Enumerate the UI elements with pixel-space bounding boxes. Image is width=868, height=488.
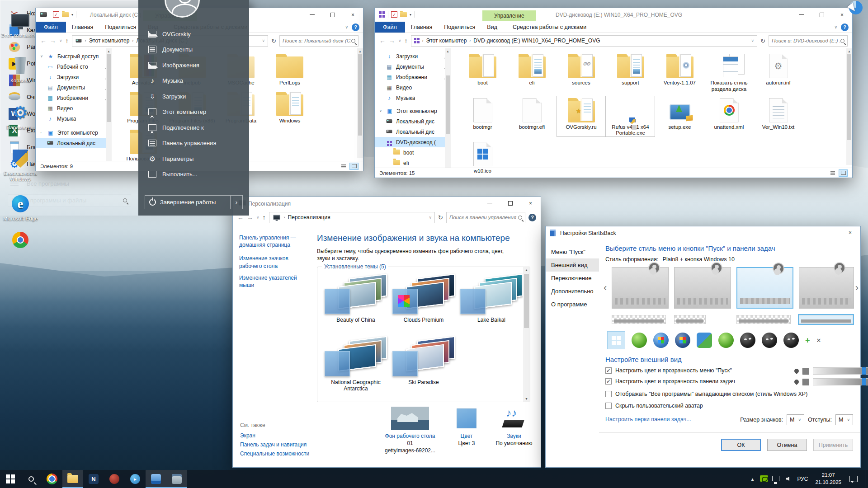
sidebar-item-videos[interactable]: ▦Видео (36, 103, 112, 113)
check-hide-avatar[interactable]: Скрыть пользовательский аватар (605, 403, 703, 409)
taskbar-style-2[interactable] (674, 315, 706, 324)
thumbnails-view-icon[interactable] (839, 169, 848, 177)
remove-button-icon[interactable]: ✕ (816, 337, 821, 344)
menu-item-downloads[interactable]: ⇩Загрузки (138, 89, 249, 104)
help-icon[interactable]: ? (528, 214, 536, 221)
sidebar-scrollbar[interactable]: ▲ (445, 48, 451, 168)
shutdown-options-arrow[interactable]: › (231, 199, 242, 206)
style-card-2[interactable] (674, 267, 731, 309)
menu-item-user-folder[interactable]: OVGorskiy (138, 26, 249, 42)
desktop-icon-windows-security[interactable]: Безопасность Windows (1, 148, 40, 182)
title-bar[interactable]: Настройки StartIsBack × (546, 226, 860, 239)
start-button[interactable] (0, 470, 21, 488)
help-icon[interactable]: ? (841, 23, 849, 31)
refresh-icon[interactable]: ↻ (271, 38, 276, 44)
start-orb-dark-1[interactable] (740, 333, 755, 348)
theme-beauty-of-china[interactable]: Beauty of China (322, 276, 390, 323)
show-desktop-button[interactable] (865, 470, 868, 488)
back-icon[interactable]: ← (379, 37, 386, 44)
sidebar-item-this-pc[interactable]: ›▣Этот компьютер (36, 127, 112, 138)
theme-lake-baikal[interactable]: Lake Baikal (458, 276, 525, 323)
address-bar[interactable]: › Этот компьютер › DVD-дисковод (E:) WIN… (411, 35, 758, 47)
tab-drive-tools[interactable]: Средства работы с дисками (507, 22, 592, 33)
check-start-color[interactable]: ✓ Настроить цвет и прозрачность меню "Пу… (605, 367, 732, 374)
sidebar-item-videos[interactable]: ▦Видео (375, 82, 451, 93)
details-view-icon[interactable] (828, 169, 837, 177)
sidebar-item-pictures[interactable]: ▦Изображени (375, 72, 451, 82)
sidebar-item-local-disk[interactable]: Локальный дис (36, 138, 112, 148)
search-input[interactable] (449, 215, 518, 220)
shutdown-button[interactable]: Завершение работы › (145, 195, 243, 209)
refresh-icon[interactable]: ↻ (760, 38, 765, 44)
file-tile[interactable]: support (606, 52, 655, 93)
volume-icon[interactable] (782, 476, 793, 483)
breadcrumb-current[interactable]: Персонализация (288, 214, 330, 221)
start-button-windows10-selected[interactable] (607, 331, 625, 349)
up-icon[interactable]: ↑ (263, 214, 266, 221)
title-bar[interactable]: Персонализация × (233, 197, 541, 210)
tab-home[interactable]: Главная (405, 22, 439, 33)
up-icon[interactable]: ↑ (405, 37, 408, 44)
cancel-button[interactable]: Отмена (767, 439, 807, 451)
spacing-select[interactable]: М∨ (835, 414, 853, 425)
link-desktop-icons[interactable]: Изменение значков рабочего стола (239, 255, 311, 269)
desktop-icon-this-pc[interactable]: Этот компьютер (1, 10, 40, 38)
link-taskbar-navigation[interactable]: Панель задач и навигация (240, 441, 307, 448)
sidebar-item-downloads[interactable]: ↓Загрузки (36, 72, 112, 82)
sounds-tile[interactable]: ♪♪ Звуки По умолчанию (489, 407, 539, 446)
menu-item-music[interactable]: ♪Музыка (138, 73, 249, 89)
refresh-icon[interactable]: ↻ (438, 214, 443, 221)
link-control-panel-home[interactable]: Панель управления — домашняя страница (239, 234, 311, 249)
expand-ribbon-icon[interactable]: ∨ (345, 25, 348, 29)
action-center-icon[interactable] (849, 476, 858, 482)
taskbar-startisback-button[interactable] (166, 470, 187, 488)
minimize-button[interactable] (480, 197, 500, 209)
maximize-button[interactable] (322, 8, 343, 21)
style-card-3-selected[interactable] (736, 267, 793, 309)
taskbar-app-button-2[interactable] (104, 470, 125, 488)
icon-size-select[interactable]: М∨ (787, 414, 804, 425)
taskbar-app-button-1[interactable]: N (83, 470, 104, 488)
details-view-icon[interactable] (339, 163, 348, 170)
quick-access-toolbar[interactable]: ✓ ▾ (379, 11, 415, 18)
nav-about[interactable]: О программе (546, 298, 599, 311)
taskbar-style-1[interactable] (612, 315, 666, 324)
checkbox-checked[interactable]: ✓ (605, 367, 612, 374)
color-swatch[interactable] (802, 368, 809, 375)
title-bar[interactable]: ✓ ▾ DVD-дисковод (E:) WIN10_X64_PRO_HOME… (375, 8, 852, 22)
properties-icon[interactable]: ✓ (391, 11, 397, 18)
recent-locations-icon[interactable]: ∨ (59, 38, 62, 43)
forward-icon[interactable]: → (389, 37, 395, 44)
help-icon[interactable]: ? (352, 23, 359, 31)
minimize-button[interactable] (791, 8, 811, 21)
menu-item-this-pc[interactable]: Этот компьютер (138, 104, 249, 120)
tab-file[interactable]: Файл (36, 22, 66, 33)
address-dropdown-icon[interactable]: ∨ (429, 215, 432, 220)
search-box[interactable] (769, 35, 848, 47)
apply-button[interactable]: Применить (813, 439, 853, 451)
link-accessibility[interactable]: Специальные возможности (240, 450, 309, 457)
sidebar-item-downloads[interactable]: ↓Загрузки (375, 51, 451, 61)
sidebar-item-music[interactable]: ♪Музыка (375, 93, 451, 103)
expand-ribbon-icon[interactable]: ∨ (834, 25, 837, 29)
address-bar[interactable]: › Персонализация ∨ (269, 212, 435, 223)
file-tile[interactable]: setup.exe (656, 96, 704, 137)
file-tile[interactable]: ⚙autorun.inf (754, 52, 802, 93)
start-orb-square[interactable] (697, 333, 712, 348)
file-list-scrollbar[interactable]: ▲ (846, 48, 852, 165)
sidebar-item-documents[interactable]: ▤Документы (36, 82, 112, 93)
color-swatch[interactable] (802, 379, 809, 385)
file-tile[interactable]: Ver_Win10.txt (754, 96, 802, 137)
style-card-4[interactable] (799, 267, 854, 309)
breadcrumb-this-pc[interactable]: Этот компьютер (89, 38, 130, 44)
theme-national-geographic[interactable]: National Geographic Antarctica (322, 338, 390, 392)
maximize-button[interactable] (811, 8, 832, 21)
file-tile[interactable]: sources (557, 52, 605, 93)
style-card-1[interactable] (612, 267, 669, 309)
properties-icon[interactable]: ✓ (53, 11, 59, 18)
nvidia-icon[interactable] (758, 475, 770, 483)
opacity-slider[interactable] (813, 378, 868, 385)
taskbar-perks-link[interactable]: Настроить перки панели задач... (605, 416, 691, 422)
sidebar-scrollbar[interactable]: ▲ (106, 48, 112, 161)
tab-file[interactable]: Файл (375, 22, 405, 33)
